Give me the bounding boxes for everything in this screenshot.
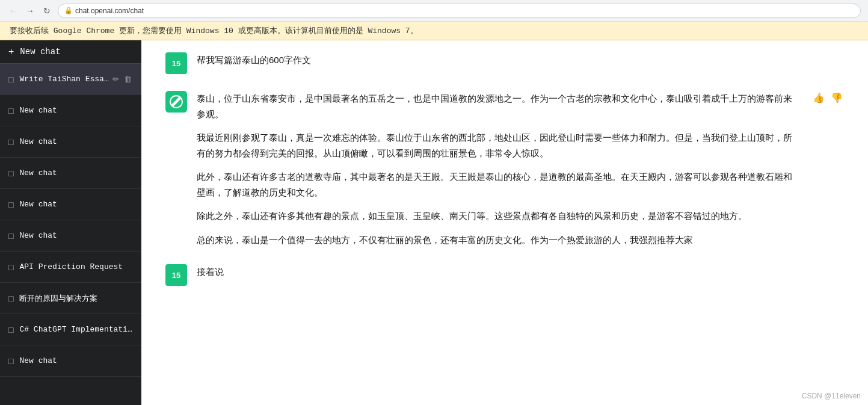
browser-bar: ← → ↻ 🔒 chat.openai.com/chat <box>0 0 868 22</box>
message-user-1: 15 帮我写篇游泰山的600字作文 <box>165 52 844 74</box>
thumbs-up-button[interactable]: 👍 <box>811 91 826 105</box>
edit-icon[interactable]: ✏ <box>111 73 120 85</box>
chat-icon: □ <box>8 231 13 241</box>
chat-icon: □ <box>8 356 13 366</box>
sidebar-item-label: New chat <box>19 137 133 146</box>
sidebar-item-new-chat-5[interactable]: □ New chat <box>0 220 141 252</box>
user-avatar-text-2: 15 <box>172 271 180 280</box>
sidebar-item-api-prediction[interactable]: □ API Prediction Request <box>0 252 141 283</box>
chat-icon: □ <box>8 262 13 272</box>
sidebar-item-label: Write TaiShan Essay 6 <box>19 75 109 84</box>
assistant-message-text: 泰山，位于山东省泰安市，是中国最著名的五岳之一，也是中国道教的发源地之一。作为一… <box>197 91 797 247</box>
chat-area: 15 帮我写篇游泰山的600字作文 泰山，位于山东省泰安市，是中国最著名的五岳之… <box>141 40 868 405</box>
sidebar: + New chat □ Write TaiShan Essay 6 ✏ 🗑 □… <box>0 40 141 405</box>
sidebar-item-new-chat-6[interactable]: □ New chat <box>0 345 141 377</box>
message-user-2: 15 接着说 <box>165 264 844 286</box>
assistant-avatar <box>165 91 187 113</box>
sidebar-item-label: New chat <box>19 356 133 365</box>
chat-icon: □ <box>8 75 13 84</box>
sidebar-item-label: 断开的原因与解决方案 <box>19 293 133 304</box>
sidebar-item-label: New chat <box>19 168 133 178</box>
message-assistant-1: 泰山，位于山东省泰安市，是中国最著名的五岳之一，也是中国道教的发源地之一。作为一… <box>165 91 844 247</box>
sidebar-item-label: New chat <box>19 106 133 115</box>
sidebar-item-new-chat-3[interactable]: □ New chat <box>0 158 141 189</box>
lock-icon: 🔒 <box>64 7 73 14</box>
sidebar-item-new-chat-2[interactable]: □ New chat <box>0 126 141 158</box>
sidebar-item-disconnect[interactable]: □ 断开的原因与解决方案 <box>0 283 141 314</box>
sidebar-item-actions: ✏ 🗑 <box>111 73 133 85</box>
sidebar-item-label: C# ChatGPT Implementation <box>19 325 133 334</box>
message-actions: 👍 👎 <box>811 91 844 105</box>
chat-icon: □ <box>8 325 13 335</box>
sidebar-item-label: API Prediction Request <box>19 262 133 271</box>
user-avatar-2: 15 <box>165 264 187 286</box>
back-button[interactable]: ← <box>7 5 19 17</box>
sidebar-item-new-chat-4[interactable]: □ New chat <box>0 189 141 220</box>
thumbs-down-button[interactable]: 👎 <box>830 91 844 105</box>
sidebar-item-label: New chat <box>19 231 133 240</box>
plus-icon: + <box>8 46 14 57</box>
user-message-text-2: 接着说 <box>197 264 844 280</box>
new-chat-top-button[interactable]: + New chat <box>0 40 141 64</box>
sidebar-item-csharp[interactable]: □ C# ChatGPT Implementation <box>0 314 141 345</box>
chat-icon: □ <box>8 168 13 178</box>
chat-icon: □ <box>8 200 13 209</box>
notification-text: 要接收后续 Google Chrome 更新，您需要使用 Windows 10 … <box>10 26 418 36</box>
url-text: chat.openai.com/chat <box>75 7 144 15</box>
forward-button[interactable]: → <box>24 5 36 17</box>
sidebar-item-write-taishan[interactable]: □ Write TaiShan Essay 6 ✏ 🗑 <box>0 64 141 95</box>
user-avatar: 15 <box>165 52 187 74</box>
user-avatar-text: 15 <box>172 59 180 68</box>
sidebar-item-label: New chat <box>19 200 133 209</box>
delete-icon[interactable]: 🗑 <box>123 73 133 85</box>
sidebar-item-new-chat-1[interactable]: □ New chat <box>0 95 141 126</box>
new-chat-top-label: New chat <box>20 47 60 57</box>
notification-bar: 要接收后续 Google Chrome 更新，您需要使用 Windows 10 … <box>0 22 868 40</box>
url-bar[interactable]: 🔒 chat.openai.com/chat <box>58 4 861 18</box>
chat-icon: □ <box>8 106 13 116</box>
user-message-text: 帮我写篇游泰山的600字作文 <box>197 52 844 68</box>
page-watermark: CSDN @11eleven <box>802 392 861 400</box>
chat-icon: □ <box>8 294 13 303</box>
app-container: + New chat □ Write TaiShan Essay 6 ✏ 🗑 □… <box>0 40 868 405</box>
refresh-button[interactable]: ↻ <box>41 5 53 17</box>
chat-icon: □ <box>8 137 13 147</box>
